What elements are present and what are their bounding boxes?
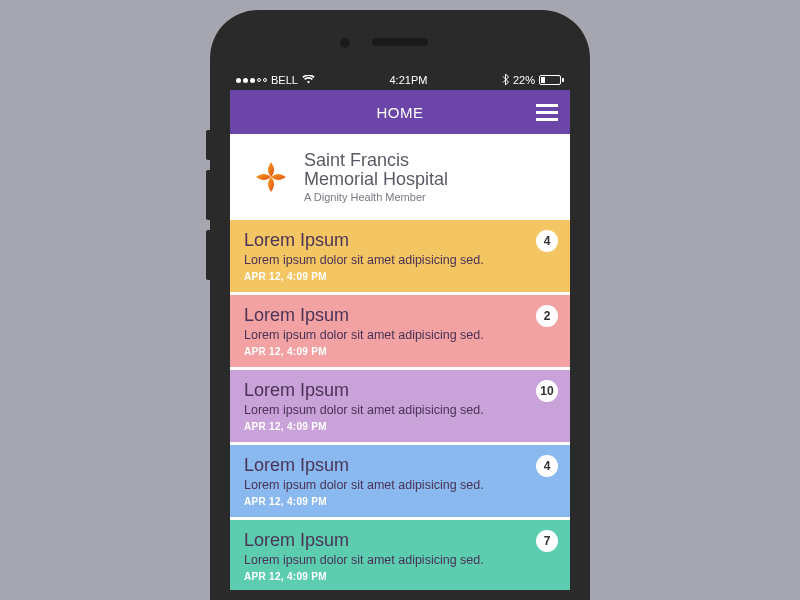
status-right: 22% bbox=[502, 74, 564, 87]
phone-frame: BELL 4:21PM 22% HOME bbox=[210, 10, 590, 600]
phone-earpiece bbox=[372, 38, 428, 46]
count-badge: 4 bbox=[536, 230, 558, 252]
item-title: Lorem Ipsum bbox=[244, 380, 556, 401]
item-subtitle: Lorem ipsum dolor sit amet adipisicing s… bbox=[244, 328, 556, 342]
list-item[interactable]: Lorem IpsumLorem ipsum dolor sit amet ad… bbox=[230, 520, 570, 590]
list-item[interactable]: Lorem IpsumLorem ipsum dolor sit amet ad… bbox=[230, 295, 570, 370]
battery-pct: 22% bbox=[513, 74, 535, 86]
status-time: 4:21PM bbox=[389, 74, 427, 86]
status-left: BELL bbox=[236, 74, 315, 86]
count-badge: 10 bbox=[536, 380, 558, 402]
item-timestamp: APR 12, 4:09 PM bbox=[244, 496, 556, 507]
phone-screen: BELL 4:21PM 22% HOME bbox=[230, 70, 570, 590]
list-item[interactable]: Lorem IpsumLorem ipsum dolor sit amet ad… bbox=[230, 445, 570, 520]
hospital-logo-icon bbox=[250, 156, 292, 198]
brand-name-2: Memorial Hospital bbox=[304, 170, 448, 189]
battery-icon bbox=[539, 75, 564, 85]
item-subtitle: Lorem ipsum dolor sit amet adipisicing s… bbox=[244, 253, 556, 267]
phone-camera bbox=[340, 38, 350, 48]
brand-text: Saint Francis Memorial Hospital A Dignit… bbox=[304, 151, 448, 203]
carrier-label: BELL bbox=[271, 74, 298, 86]
status-bar: BELL 4:21PM 22% bbox=[230, 70, 570, 90]
count-badge: 7 bbox=[536, 530, 558, 552]
app-header: HOME bbox=[230, 90, 570, 134]
item-title: Lorem Ipsum bbox=[244, 305, 556, 326]
item-timestamp: APR 12, 4:09 PM bbox=[244, 571, 556, 582]
item-timestamp: APR 12, 4:09 PM bbox=[244, 421, 556, 432]
item-subtitle: Lorem ipsum dolor sit amet adipisicing s… bbox=[244, 478, 556, 492]
hamburger-icon bbox=[536, 104, 558, 107]
count-badge: 2 bbox=[536, 305, 558, 327]
brand-banner: Saint Francis Memorial Hospital A Dignit… bbox=[230, 134, 570, 220]
item-title: Lorem Ipsum bbox=[244, 530, 556, 551]
menu-button[interactable] bbox=[536, 90, 558, 134]
count-badge: 4 bbox=[536, 455, 558, 477]
wifi-icon bbox=[302, 74, 315, 86]
item-subtitle: Lorem ipsum dolor sit amet adipisicing s… bbox=[244, 403, 556, 417]
page-title: HOME bbox=[377, 104, 424, 121]
item-title: Lorem Ipsum bbox=[244, 455, 556, 476]
list-item[interactable]: Lorem IpsumLorem ipsum dolor sit amet ad… bbox=[230, 370, 570, 445]
brand-subtitle: A Dignity Health Member bbox=[304, 191, 448, 203]
item-subtitle: Lorem ipsum dolor sit amet adipisicing s… bbox=[244, 553, 556, 567]
brand-name-1: Saint Francis bbox=[304, 151, 448, 170]
signal-dots-icon bbox=[236, 78, 267, 83]
item-timestamp: APR 12, 4:09 PM bbox=[244, 271, 556, 282]
bluetooth-icon bbox=[502, 74, 509, 87]
item-timestamp: APR 12, 4:09 PM bbox=[244, 346, 556, 357]
list-item[interactable]: Lorem IpsumLorem ipsum dolor sit amet ad… bbox=[230, 220, 570, 295]
feed-list: Lorem IpsumLorem ipsum dolor sit amet ad… bbox=[230, 220, 570, 590]
item-title: Lorem Ipsum bbox=[244, 230, 556, 251]
